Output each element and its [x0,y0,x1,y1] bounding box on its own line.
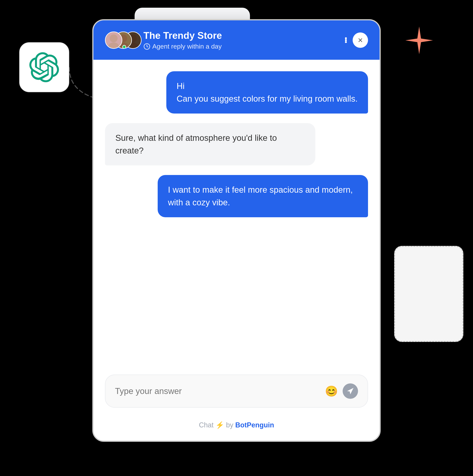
online-indicator [122,45,126,49]
input-box: 😊 [105,374,368,408]
svg-point-1 [108,42,119,49]
dashed-box-right [394,246,463,342]
chat-widget: The Trendy Store Agent reply within a da… [92,19,381,442]
message-bubble-user-2: I want to make it feel more spacious and… [158,175,368,217]
close-button[interactable]: × [353,33,368,48]
emoji-icon: 😊 [325,385,338,397]
message-bubble-user-1: HiCan you suggest colors for my living r… [166,71,368,114]
header-info: The Trendy Store Agent reply within a da… [144,30,339,50]
openai-icon-wrapper [19,42,69,92]
message-text-3: I want to make it feel more spacious and… [168,185,353,207]
svg-point-0 [109,34,117,42]
openai-logo-icon [29,52,60,83]
store-name: The Trendy Store [144,30,339,41]
more-options-button[interactable] [345,37,347,43]
message-text-1: HiCan you suggest colors for my living r… [177,81,358,103]
footer-brand: BotPenguin [235,421,274,429]
chat-messages: HiCan you suggest colors for my living r… [93,60,380,367]
chat-input-area: 😊 [93,367,380,417]
emoji-button[interactable]: 😊 [325,384,338,398]
send-icon [346,387,354,395]
clock-icon [144,43,150,50]
scene: The Trendy Store Agent reply within a da… [0,0,473,476]
sparkle-icon [404,25,435,56]
agent-reply-status: Agent reply within a day [144,43,339,50]
message-text-2: Sure, what kind of atmosphere you'd like… [115,133,277,155]
avatar-group [105,31,138,50]
chat-header: The Trendy Store Agent reply within a da… [93,20,380,60]
avatar-1 [105,32,122,49]
header-actions: × [345,33,368,48]
send-button[interactable] [343,383,358,399]
answer-input[interactable] [115,386,320,396]
chat-footer: Chat ⚡ by BotPenguin [93,417,380,441]
message-bubble-agent-1: Sure, what kind of atmosphere you'd like… [105,123,315,165]
footer-text: Chat ⚡ by BotPenguin [199,421,274,429]
